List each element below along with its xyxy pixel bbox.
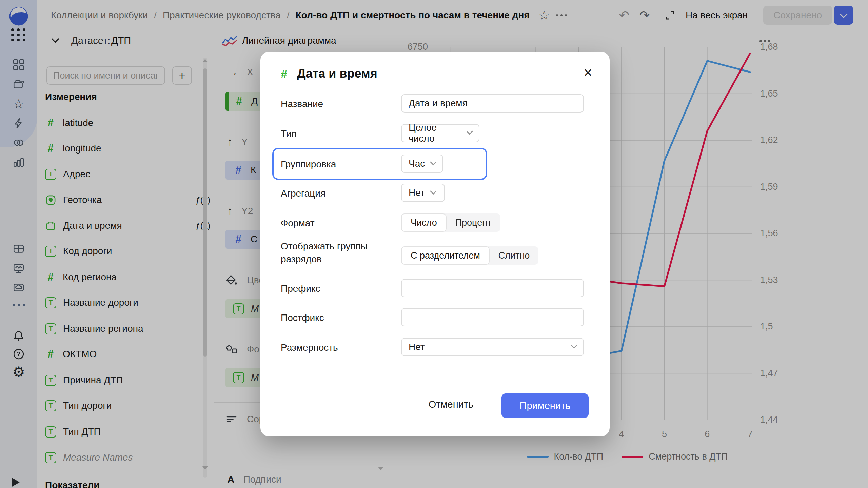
type-value: Целое число — [409, 122, 461, 144]
name-label: Название — [281, 99, 323, 109]
type-select[interactable]: Целое число — [401, 124, 479, 142]
format-segmented: Число Процент — [401, 214, 500, 232]
digit-groups-label-line1: Отображать группы — [281, 241, 368, 251]
number-field-icon: # — [281, 68, 287, 81]
dimension-value: Нет — [409, 342, 425, 352]
digit-groups-segmented: С разделителем Слитно — [401, 246, 538, 265]
postfix-field[interactable] — [401, 308, 584, 326]
chevron-down-icon — [430, 188, 437, 195]
chevron-down-ic — [430, 159, 437, 165]
postfix-label: Постфикс — [281, 312, 324, 323]
dimension-select[interactable]: Нет — [401, 338, 584, 356]
aggregation-label: Агрегация — [281, 188, 326, 199]
apply-button[interactable]: Применить — [501, 393, 589, 418]
grouping-label: Группировка — [281, 159, 336, 170]
format-option-percent[interactable]: Процент — [447, 214, 500, 232]
type-label: Тип — [281, 128, 297, 139]
format-label: Формат — [281, 218, 314, 229]
chevron-down-icon — [467, 128, 473, 135]
prefix-field[interactable] — [401, 279, 584, 297]
name-field[interactable] — [401, 94, 584, 113]
grouping-select[interactable]: Час — [401, 155, 443, 173]
aggregation-select[interactable]: Нет — [401, 184, 445, 202]
field-settings-dialog: # Дата и время × Название Тип Целое числ… — [260, 52, 610, 436]
digit-groups-label-line2: разрядов — [281, 254, 322, 264]
format-option-number[interactable]: Число — [401, 214, 447, 232]
dimension-label: Размерность — [281, 342, 338, 353]
aggregation-value: Нет — [409, 187, 425, 198]
cancel-button[interactable]: Отменить — [420, 394, 481, 414]
prefix-label: Префикс — [281, 283, 320, 294]
digit-groups-option-separator[interactable]: С разделителем — [401, 246, 490, 265]
digit-groups-option-joined[interactable]: Слитно — [490, 246, 539, 265]
chevron-down-icon — [571, 342, 577, 349]
grouping-value: Час — [409, 158, 425, 169]
digit-groups-label: Отображать группы разрядов — [281, 240, 368, 266]
dialog-title: Дата и время — [297, 66, 377, 81]
datalens-wizard-window: ☆ — [0, 0, 868, 488]
close-icon[interactable]: × — [578, 63, 597, 82]
